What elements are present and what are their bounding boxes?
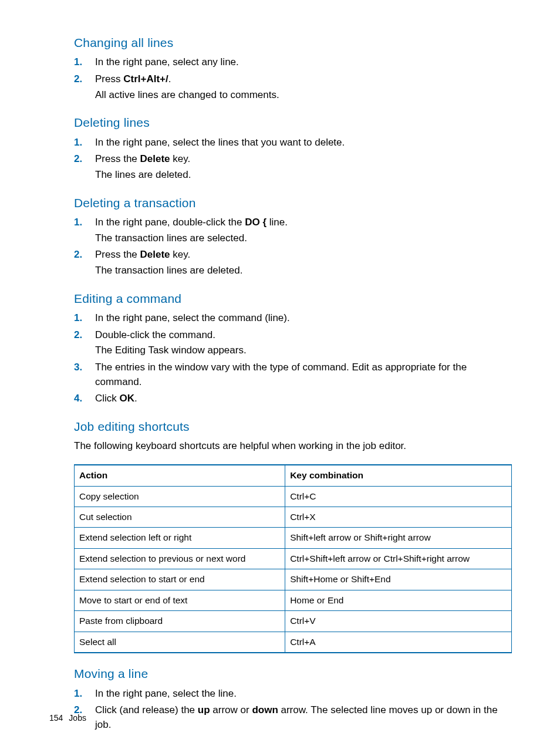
result-text: The Editing Task window appears.: [95, 343, 512, 358]
bold-text: down: [252, 704, 278, 715]
section-changing-all-lines: Changing all lines 1. In the right pane,…: [74, 34, 512, 103]
table-row: Extend selection to start or end Shift+H…: [75, 569, 512, 590]
footer-section: Jobs: [69, 713, 86, 723]
step-text: In the right pane, select the line.: [95, 687, 512, 701]
table-row: Extend selection to previous or next wor…: [75, 548, 512, 569]
list-body: Press the Delete key. The transaction li…: [95, 248, 512, 279]
list-number: 2.: [74, 248, 95, 262]
cell-action: Cut selection: [75, 507, 285, 528]
list-item: 1. In the right pane, select the command…: [74, 311, 512, 327]
step-text: The entries in the window vary with the …: [95, 360, 512, 389]
text: Press: [95, 73, 123, 85]
cell-action: Extend selection to start or end: [75, 569, 285, 590]
table-row: Move to start or end of text Home or End: [75, 590, 512, 610]
cell-keys: Ctrl+Shift+left arrow or Ctrl+Shift+righ…: [285, 548, 512, 569]
cell-action: Paste from clipboard: [75, 611, 285, 632]
cell-keys: Ctrl+C: [285, 486, 512, 507]
step-text: Click (and release) the up arrow or down…: [95, 703, 512, 732]
text: key.: [170, 153, 191, 164]
list-body: In the right pane, double-click the DO {…: [95, 215, 512, 247]
bold-text: up: [198, 704, 210, 715]
cell-action: Extend selection left or right: [75, 528, 285, 548]
text: .: [168, 73, 171, 85]
heading-deleting-lines: Deleting lines: [74, 114, 512, 131]
text: arrow or: [210, 704, 252, 715]
list-item: 1. In the right pane, double-click the D…: [74, 215, 512, 247]
section-deleting-lines: Deleting lines 1. In the right pane, sel…: [74, 114, 512, 183]
list-item: 2. Click (and release) the up arrow or d…: [74, 703, 512, 733]
heading-changing-all-lines: Changing all lines: [74, 34, 512, 52]
heading-moving-line: Moving a line: [74, 665, 512, 683]
step-text: Press Ctrl+Alt+/.: [95, 72, 512, 87]
list-item: 1. In the right pane, select any line.: [74, 55, 512, 71]
list-body: Press the Delete key. The lines are dele…: [95, 152, 512, 183]
cell-keys: Home or End: [285, 590, 512, 610]
step-text: Press the Delete key.: [95, 248, 512, 262]
cell-action: Select all: [75, 632, 285, 653]
cell-action: Extend selection to previous or next wor…: [75, 548, 285, 569]
list-number: 2.: [74, 72, 95, 87]
text: .: [134, 393, 137, 404]
step-text: Press the Delete key.: [95, 152, 512, 167]
list-number: 3.: [74, 360, 95, 375]
cell-keys: Shift+left arrow or Shift+right arrow: [285, 528, 512, 548]
list-body: In the right pane, select any line.: [95, 55, 512, 71]
page-number: 154: [49, 713, 63, 723]
heading-editing-command: Editing a command: [74, 290, 512, 308]
list-body: In the right pane, select the line.: [95, 687, 512, 703]
result-text: The transaction lines are selected.: [95, 231, 512, 246]
bold-text: Ctrl+Alt+/: [123, 73, 168, 85]
document-page: Changing all lines 1. In the right pane,…: [0, 0, 560, 746]
list-number: 1.: [74, 687, 95, 701]
table-row: Extend selection left or right Shift+lef…: [75, 528, 512, 548]
result-text: The lines are deleted.: [95, 168, 512, 183]
cell-keys: Ctrl+V: [285, 611, 512, 632]
text: key.: [170, 249, 191, 260]
page-footer: 154Jobs: [49, 712, 86, 724]
list-body: Press Ctrl+Alt+/. All active lines are c…: [95, 72, 512, 103]
text: In the right pane, double-click the: [95, 217, 245, 228]
list-number: 1.: [74, 311, 95, 326]
list-number: 1.: [74, 136, 95, 150]
list-number: 2.: [74, 328, 95, 343]
step-text: In the right pane, double-click the DO {…: [95, 215, 512, 230]
cell-keys: Ctrl+X: [285, 507, 512, 528]
section-moving-line: Moving a line 1. In the right pane, sele…: [74, 665, 512, 733]
list-item: 3. The entries in the window vary with t…: [74, 360, 512, 390]
col-key-combination: Key combination: [285, 465, 512, 486]
table-row: Paste from clipboard Ctrl+V: [75, 611, 512, 632]
ordered-list: 1. In the right pane, select the line. 2…: [74, 687, 512, 734]
list-item: 2. Press the Delete key. The transaction…: [74, 248, 512, 279]
list-body: The entries in the window vary with the …: [95, 360, 512, 390]
list-item: 1. In the right pane, select the lines t…: [74, 136, 512, 151]
cell-action: Move to start or end of text: [75, 590, 285, 610]
section-job-shortcuts: Job editing shortcuts The following keyb…: [74, 418, 512, 653]
heading-deleting-transaction: Deleting a transaction: [74, 194, 512, 212]
list-body: In the right pane, select the command (l…: [95, 311, 512, 327]
table-row: Select all Ctrl+A: [75, 632, 512, 653]
step-text: In the right pane, select the lines that…: [95, 136, 512, 150]
text: line.: [266, 217, 288, 228]
list-body: Double-click the command. The Editing Ta…: [95, 328, 512, 359]
ordered-list: 1. In the right pane, select the lines t…: [74, 136, 512, 184]
result-text: All active lines are changed to comments…: [95, 88, 512, 103]
text: Press the: [95, 249, 140, 260]
section-deleting-transaction: Deleting a transaction 1. In the right p…: [74, 194, 512, 279]
bold-text: Delete: [140, 153, 170, 164]
intro-text: The following keyboard shortcuts are hel…: [74, 439, 512, 454]
list-item: 2. Press Ctrl+Alt+/. All active lines ar…: [74, 72, 512, 103]
step-text: In the right pane, select any line.: [95, 55, 512, 70]
section-editing-command: Editing a command 1. In the right pane, …: [74, 290, 512, 407]
table-row: Cut selection Ctrl+X: [75, 507, 512, 528]
list-item: 2. Press the Delete key. The lines are d…: [74, 152, 512, 183]
list-body: Click OK.: [95, 391, 512, 407]
list-item: 1. In the right pane, select the line.: [74, 687, 512, 703]
ordered-list: 1. In the right pane, double-click the D…: [74, 215, 512, 279]
table-header-row: Action Key combination: [75, 465, 512, 486]
bold-text: DO {: [245, 217, 266, 228]
text: Click: [95, 393, 120, 404]
list-number: 4.: [74, 391, 95, 406]
cell-keys: Shift+Home or Shift+End: [285, 569, 512, 590]
step-text: Double-click the command.: [95, 328, 512, 343]
text: Press the: [95, 153, 140, 164]
